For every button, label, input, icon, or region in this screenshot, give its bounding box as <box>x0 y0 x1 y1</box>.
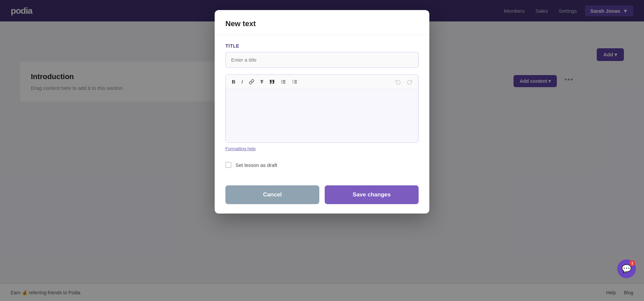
modal-footer: Cancel Save changes <box>215 185 429 214</box>
formatting-help-link[interactable]: Formatting help <box>225 146 256 151</box>
ordered-list-button[interactable]: 1. 2. 3. <box>290 78 300 86</box>
draft-row: Set lesson as draft <box>225 162 419 168</box>
ordered-list-icon: 1. 2. 3. <box>292 79 298 84</box>
redo-icon <box>407 79 412 84</box>
cancel-button[interactable]: Cancel <box>225 185 319 204</box>
svg-point-3 <box>281 80 282 81</box>
quote-icon <box>269 79 275 84</box>
chat-notification-badge: 1 <box>629 260 635 266</box>
chat-bubble-button[interactable]: 💬 1 <box>617 259 636 278</box>
bullet-list-button[interactable] <box>279 78 288 86</box>
link-button[interactable] <box>247 78 256 86</box>
modal-body: Title B I T <box>215 35 429 185</box>
draft-label: Set lesson as draft <box>235 162 277 168</box>
bold-button[interactable]: B <box>230 77 237 86</box>
redo-button[interactable] <box>405 78 414 86</box>
undo-button[interactable] <box>393 78 403 86</box>
bullet-list-icon <box>281 79 286 84</box>
svg-point-4 <box>281 81 282 82</box>
quote-button[interactable] <box>267 78 277 86</box>
editor-toolbar: B I T <box>226 75 418 89</box>
italic-button[interactable]: I <box>239 77 245 86</box>
strikethrough-button[interactable]: T <box>258 77 265 86</box>
svg-text:3.: 3. <box>292 82 294 84</box>
chat-icon: 💬 <box>622 264 632 274</box>
save-changes-button[interactable]: Save changes <box>325 185 419 204</box>
title-input[interactable] <box>225 52 419 68</box>
title-label: Title <box>225 43 419 49</box>
new-text-modal: New text Title B I T <box>215 10 429 214</box>
undo-icon <box>395 79 401 84</box>
editor-wrapper: B I T <box>225 74 419 143</box>
modal-header: New text <box>215 10 429 35</box>
svg-point-5 <box>281 83 282 83</box>
link-icon <box>249 79 254 84</box>
editor-content[interactable] <box>226 89 418 142</box>
draft-checkbox[interactable] <box>225 162 231 168</box>
modal-title: New text <box>225 19 419 28</box>
